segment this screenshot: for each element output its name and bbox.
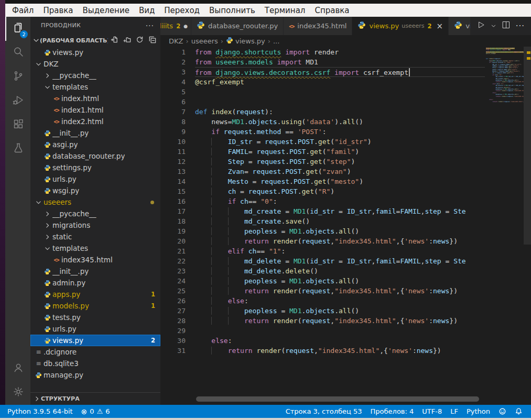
breadcrumb-item-useeers[interactable]: useeers (191, 37, 218, 45)
code-line-10[interactable]: 10 ID_str = request.POST.get("id_str") (160, 137, 485, 147)
code-line-29[interactable]: 29 (160, 326, 485, 336)
code-line-31[interactable]: 31 return render(request,"index345.html"… (160, 346, 485, 356)
run-button[interactable] (476, 20, 485, 31)
breadcrumb-item-...[interactable]: ... (273, 37, 279, 45)
tree-item-models.py[interactable]: models.py1 (30, 300, 160, 312)
code-line-3[interactable]: 3from django.views.decorators.csrf impor… (160, 67, 485, 77)
tree-item-templates[interactable]: templates (30, 81, 160, 93)
tree-item-__init__.py[interactable]: __init__.py (30, 127, 160, 139)
code-line-22[interactable]: 22 md_delete = MD1(id_str = ID_str,famil… (160, 256, 485, 266)
menu-item-4[interactable]: Вид (134, 6, 159, 15)
tree-item-db.sqlite3[interactable]: ≡db.sqlite3 (30, 358, 160, 369)
code-line-17[interactable]: 17 md_create = MD1(id_str = ID_str,famil… (160, 206, 485, 216)
workspace-section-header[interactable]: (РАБОЧАЯ ОБЛАСТЬ) ... (30, 34, 160, 47)
tree-item-database_roouter.py[interactable]: database_roouter.py (30, 150, 160, 162)
tree-item-templates[interactable]: templates (30, 242, 160, 254)
code-line-16[interactable]: 16 if ch== "0": (160, 196, 485, 206)
code-line-15[interactable]: 15 ch = request.POST.get("R") (160, 186, 485, 196)
activity-settings[interactable] (5, 381, 30, 405)
code-line-13[interactable]: 13 Zvan= request.POST.get("zvan") (160, 167, 485, 176)
code-line-11[interactable]: 11 FAMIL= request.POST.get("famil") (160, 147, 485, 157)
close-icon[interactable]: × (437, 21, 443, 31)
tree-item-asgi.py[interactable]: asgi.py (30, 139, 160, 150)
tab-vie[interactable]: vie (449, 17, 470, 35)
more-actions-icon[interactable]: ··· (146, 21, 154, 30)
activity-testing[interactable] (5, 137, 30, 161)
collapse-all-button[interactable] (148, 36, 156, 45)
python-interpreter[interactable]: Python 3.9.5 64-bit (3, 407, 77, 415)
code-line-20[interactable]: 20 return render(request,"index345.html"… (160, 236, 485, 246)
tree-item-DKZ[interactable]: DKZ (30, 58, 160, 70)
tree-item-views.py[interactable]: views.py (30, 47, 160, 58)
tab-database_roouter.py[interactable]: database_roouter.py (191, 17, 284, 35)
code-line-19[interactable]: 19 peopless = MD1.objects.all() (160, 226, 485, 236)
run-dropdown-button[interactable] (491, 21, 496, 31)
activity-source-control[interactable] (5, 65, 30, 89)
code-line-12[interactable]: 12 Step = request.POST.get("step") (160, 157, 485, 167)
menu-item-1[interactable]: Файл (7, 6, 38, 15)
code-line-23[interactable]: 23 md_delete.delete() (160, 266, 485, 276)
horizontal-scrollbar[interactable] (196, 396, 479, 402)
tab-index345.html[interactable]: <>index345.html (284, 17, 352, 35)
code-line-21[interactable]: 21 elif ch== "1": (160, 246, 485, 256)
tree-item-urls.py[interactable]: urls.py (30, 323, 160, 335)
tree-item-__pycache__[interactable]: __pycache__ (30, 208, 160, 219)
code-line-2[interactable]: 2from useeers.models import MD1 (160, 57, 485, 67)
code-line-26[interactable]: 26 else: (160, 296, 485, 306)
indentation-setting[interactable]: Пробелов: 4 (366, 407, 418, 415)
tree-item-__pycache__[interactable]: __pycache__ (30, 70, 160, 81)
split-editor-button[interactable] (502, 20, 511, 31)
code-line-6[interactable]: 6 (160, 97, 485, 107)
activity-search[interactable] (5, 41, 30, 65)
tree-item-static[interactable]: static (30, 231, 160, 242)
scrollbar-slider[interactable] (524, 47, 531, 245)
tree-item-index1.html[interactable]: <>index1.html (30, 104, 160, 116)
tree-item-useeers[interactable]: useeers (30, 196, 160, 208)
code-line-5[interactable]: 5 (160, 87, 485, 97)
activity-run-debug[interactable] (5, 89, 30, 113)
breadcrumb-item-views.py[interactable]: views.py (226, 37, 265, 46)
code-line-4[interactable]: 4@csrf_exempt (160, 77, 485, 87)
cursor-position[interactable]: Строка 3, столбец 53 (281, 407, 366, 415)
outline-section-header[interactable]: СТРУКТУРА (30, 392, 160, 405)
tree-item-wsgi.py[interactable]: wsgi.py (30, 185, 160, 196)
tab-diiits[interactable]: diiits2● (160, 17, 191, 35)
code-line-8[interactable]: 8 news=MD1.objects.using('daata').all() (160, 117, 485, 127)
tree-item-.dcignore[interactable]: ≡.dcignore (30, 346, 160, 358)
new-file-button[interactable] (110, 36, 118, 45)
code-line-28[interactable]: 28 return render(request,"index345.html"… (160, 316, 485, 326)
code-line-25[interactable]: 25 return render(request,"index345.html"… (160, 286, 485, 296)
more-actions-button[interactable]: ··· (516, 21, 525, 31)
menu-item-2[interactable]: Правка (38, 6, 78, 15)
language-mode[interactable]: Python (462, 407, 494, 415)
tree-item-settings.py[interactable]: settings.py (30, 162, 160, 173)
activity-extensions[interactable] (5, 113, 30, 137)
tree-item-manage.py[interactable]: manage.py (30, 369, 160, 381)
new-folder-button[interactable] (123, 36, 131, 45)
code-line-27[interactable]: 27 peopless = MD1.objects.all() (160, 306, 485, 316)
menu-item-6[interactable]: Выполнить (204, 6, 260, 15)
problems-indicator[interactable]: ⊗ 0 ⚠ 6 (77, 407, 114, 416)
code-line-30[interactable]: 30 else: (160, 336, 485, 346)
feedback-icon[interactable] (494, 407, 511, 415)
tree-item-views.py[interactable]: views.py2 (30, 335, 160, 346)
tab-views.py[interactable]: views.pyuseeers2× (352, 17, 449, 35)
menu-item-7[interactable]: Терминал (260, 6, 310, 15)
breadcrumb-item-DKZ[interactable]: DKZ (169, 37, 183, 45)
minimap[interactable]: from django.shortcuts import renderfrom … (486, 48, 524, 103)
tree-item-admin.py[interactable]: admin.py (30, 277, 160, 289)
tree-item-index2.html[interactable]: <>index2.html (30, 116, 160, 127)
tree-item-index345.html[interactable]: <>index345.html (30, 254, 160, 266)
code-line-9[interactable]: 9 if request.method == 'POST': (160, 127, 485, 137)
encoding-setting[interactable]: UTF-8 (418, 407, 446, 415)
tree-item-tests.py[interactable]: tests.py (30, 312, 160, 323)
menu-item-8[interactable]: Справка (310, 6, 354, 15)
code-line-24[interactable]: 24 peopless = MD1.objects.all() (160, 276, 485, 286)
eol-setting[interactable]: LF (446, 407, 462, 415)
code-line-7[interactable]: 7def index(request): (160, 107, 485, 117)
refresh-button[interactable] (135, 36, 144, 45)
tree-item-apps.py[interactable]: apps.py1 (30, 289, 160, 300)
activity-account[interactable] (5, 357, 30, 381)
menu-item-5[interactable]: Переход (159, 6, 204, 15)
tree-item-index.html[interactable]: <>index.html (30, 93, 160, 104)
